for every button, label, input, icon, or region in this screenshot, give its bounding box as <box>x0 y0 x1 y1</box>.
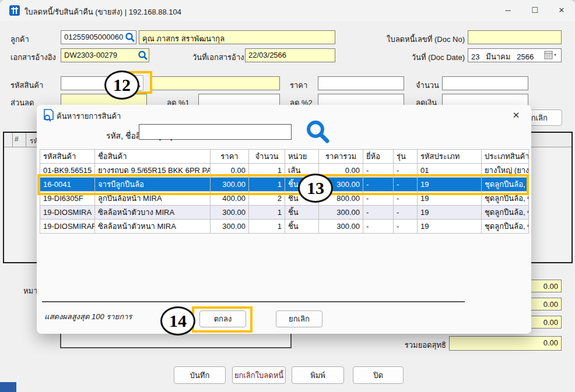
column-header-type_code[interactable]: รหัสประเภท <box>418 150 482 164</box>
title-bar: ใบลดหนี้/รับสินค้าคืน (ขายส่ง) | 192.168… <box>0 0 575 21</box>
product-code-label: รหัสสินค้า <box>10 79 43 91</box>
step-14-marker: 14 <box>160 306 195 336</box>
ref-doc-input[interactable]: DW2303-00279 <box>61 48 149 62</box>
app-icon <box>9 5 20 16</box>
doc-date-month: มีนาคม <box>486 52 510 61</box>
cell-model: - <box>394 206 418 220</box>
close-form-button[interactable]: ปิด <box>353 366 404 384</box>
doc-date-label: วันที่ (Doc Date) <box>367 51 465 63</box>
close-button[interactable]: ✕ <box>548 0 575 21</box>
customer-name-field: คุณ ภาสกร สราพัฒนากุล <box>139 30 335 44</box>
cell-name: ซิลล้อหน้าตัวหนา MIRA <box>95 220 211 234</box>
product-search-dialog: ค้นหารายการสินค้า ✕ รหัส, ชื่อสินค้า [F1… <box>37 105 531 334</box>
cell-price: 300.00 <box>211 206 249 220</box>
qty-label: จำนวน <box>416 79 439 91</box>
cell-price: 300.00 <box>211 220 249 234</box>
price-input[interactable] <box>318 76 404 90</box>
cell-type: ชุดลูกปืนล้อ, ซีล. <box>482 206 529 220</box>
column-header-model[interactable]: รุ่น <box>394 150 418 164</box>
dialog-cancel-button[interactable]: ยกเลิก <box>276 310 322 327</box>
cell-brand: - <box>363 220 394 234</box>
doc-no-input[interactable] <box>468 30 562 44</box>
cancel-credit-note-button[interactable]: ยกเลิกใบลดหนี้ <box>232 366 286 384</box>
column-header-brand[interactable]: ยี่ห้อ <box>363 150 394 164</box>
cell-code: 19-DIOSMIRA <box>40 206 95 220</box>
cell-qty: 1 <box>249 220 285 234</box>
price-label: ราคา <box>290 79 307 91</box>
cell-type_code: 19 <box>418 220 482 234</box>
dialog-title: ค้นหารายการสินค้า <box>57 110 121 122</box>
minimize-button[interactable]: ─ <box>495 0 521 21</box>
document-search-icon <box>43 109 55 124</box>
result-limit-note: แสดงผลสูงสุด 100 รายการ <box>44 310 132 323</box>
cell-total: 300.00 <box>319 206 363 220</box>
dialog-separator <box>42 301 465 302</box>
product-name-field <box>150 76 280 90</box>
step-12-marker: 12 <box>104 70 139 100</box>
ref-date-label: วันที่เอกสารอ้าง <box>192 51 244 63</box>
cell-unit: ชิ้น <box>285 220 319 234</box>
cell-code: 19-DIOSMIRAF <box>40 220 95 234</box>
qty-input[interactable] <box>442 76 528 90</box>
column-header-total[interactable]: ราคารวม <box>319 150 363 164</box>
app-window: ใบลดหนี้/รับสินค้าคืน (ขายส่ง) | 192.168… <box>0 0 575 392</box>
column-header-type[interactable]: ประเภทสินค้า <box>482 150 529 164</box>
window-title: ใบลดหนี้/รับสินค้าคืน (ขายส่ง) | 192.168… <box>24 6 181 18</box>
customer-search-icon[interactable] <box>125 32 135 43</box>
cell-type_code: 19 <box>418 206 482 220</box>
items-grid-col-index: # <box>15 135 19 143</box>
cell-model: - <box>394 220 418 234</box>
ref-doc-label: เอกสารอ้างอิง <box>10 51 56 63</box>
cell-qty: 1 <box>249 206 285 220</box>
dialog-search-input[interactable] <box>139 124 292 140</box>
dialog-close-icon[interactable]: ✕ <box>509 108 523 122</box>
net-total-label: รวมยอดสุทธิ <box>388 339 446 351</box>
dialog-search-icon[interactable] <box>305 119 331 144</box>
column-header-code[interactable]: รหัสสินค้า <box>40 150 95 164</box>
step-13-marker: 13 <box>298 174 333 203</box>
cell-total: 300.00 <box>319 220 363 234</box>
maximize-button[interactable]: ☐ <box>521 0 548 21</box>
doc-no-label: ใบลดหนี้เลขที่ (Doc No) <box>367 33 465 45</box>
column-header-name[interactable]: ชื่อสินค้า <box>95 150 211 164</box>
product-table-header-row: รหัสสินค้าชื่อสินค้าราคาจำนวนหน่วยราคารว… <box>40 150 529 164</box>
highlight-box-step13 <box>37 174 529 195</box>
doc-date-day: 23 <box>471 52 479 61</box>
table-row[interactable]: 19-DIOSMIRAซิลล้อหน้าตัวบาง MIRA300.001ช… <box>40 206 529 220</box>
calendar-icon[interactable] <box>544 51 558 62</box>
column-header-qty[interactable]: จำนวน <box>249 150 285 164</box>
customer-label: ลูกค้า <box>10 33 29 45</box>
highlight-box-step14 <box>192 306 253 333</box>
discount-label: ส่วนลด <box>10 97 34 109</box>
ref-doc-search-icon[interactable] <box>138 50 148 61</box>
doc-date-year: 2566 <box>517 52 534 61</box>
print-button[interactable]: พิมพ์ <box>292 366 344 384</box>
cell-name: ซิลล้อหน้าตัวบาง MIRA <box>95 206 211 220</box>
table-row[interactable]: 19-DIOSMIRAFซิลล้อหน้าตัวหนา MIRA300.001… <box>40 220 529 234</box>
cell-brand: - <box>363 206 394 220</box>
cell-type: ชุดลูกปืนล้อ, ซีล. <box>482 220 529 234</box>
net-total-field: 0.00 <box>449 336 562 351</box>
save-button[interactable]: บันทึก <box>174 366 226 384</box>
column-header-price[interactable]: ราคา <box>211 150 249 164</box>
cell-unit: ชิ้น <box>285 206 319 220</box>
ref-date-field: 22/03/2566 <box>245 48 335 62</box>
taskbar-fragment <box>0 382 16 392</box>
column-header-unit[interactable]: หน่วย <box>285 150 319 164</box>
